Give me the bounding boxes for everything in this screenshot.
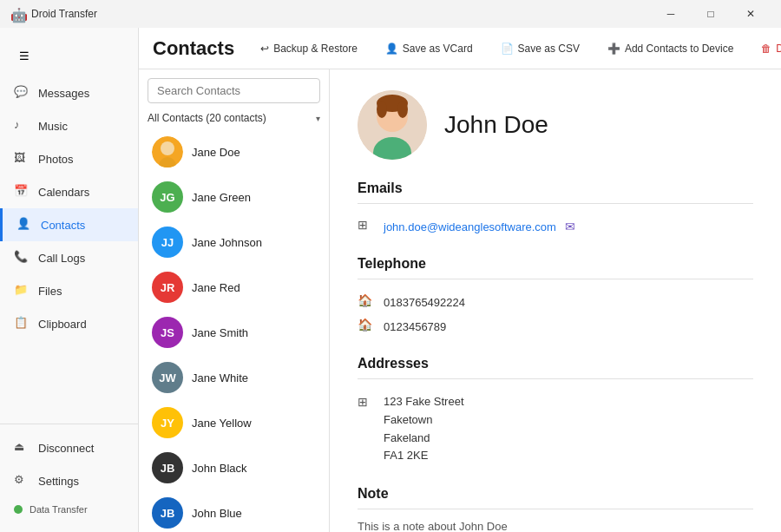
list-item[interactable]: JG Jane Green [139,174,329,220]
address-street: 123 Fake Street [384,393,464,411]
filter-row[interactable]: All Contacts (20 contacts) ▾ [139,108,329,129]
avatar: JS [152,317,183,348]
sidebar-label-call-logs: Call Logs [38,252,85,265]
close-button[interactable]: ✕ [731,0,771,28]
sidebar-item-photos[interactable]: 🖼 Photos [0,142,138,175]
sidebar-label-disconnect: Disconnect [38,442,94,455]
email-link[interactable]: john.doe@wideanglesoftware.com [384,220,556,233]
vcard-icon: 👤 [385,43,398,55]
phone-number-1: 0183765492224 [384,296,465,309]
list-item[interactable]: JW Jane White [139,355,329,400]
contact-name: Jane White [192,371,248,384]
minimize-button[interactable]: ─ [651,0,691,28]
main-split: All Contacts (20 contacts) ▾ [139,69,781,532]
list-item[interactable]: Jane Doe [139,129,329,174]
search-input[interactable] [148,78,320,103]
avatar: JY [152,407,183,438]
list-item[interactable]: JR Jane Red [139,265,329,310]
contact-name: Jane Green [192,191,251,204]
sidebar-item-contacts[interactable]: 👤 Contacts [0,208,138,241]
toolbar: Contacts ↩ Backup & Restore 👤 Save as VC… [139,28,781,69]
add-contacts-button[interactable]: ➕ Add Contacts to Device [599,37,742,60]
detail-panel: John Doe Emails ⊞ john.doe@wideanglesoft… [330,69,781,532]
sidebar-label-files: Files [38,285,62,298]
sidebar-item-disconnect[interactable]: ⏏ Disconnect [0,431,138,464]
sidebar-label-music: Music [38,120,68,133]
avatar [152,136,183,167]
avatar: JB [152,452,183,483]
sidebar-item-settings[interactable]: ⚙ Settings [0,464,138,497]
contact-name: Jane Johnson [192,236,262,249]
hamburger-menu-button[interactable]: ☰ [7,38,42,73]
avatar: JB [152,497,183,529]
save-as-csv-button[interactable]: 📄 Save as CSV [492,37,588,60]
messages-icon: 💬 [14,85,30,101]
svg-point-11 [397,101,408,118]
sidebar-item-clipboard[interactable]: 📋 Clipboard [0,307,138,340]
avatar: JJ [152,227,183,258]
avatar-large [358,90,427,160]
sidebar-item-call-logs[interactable]: 📞 Call Logs [0,241,138,274]
sidebar-label-photos: Photos [38,153,73,166]
backup-restore-button[interactable]: ↩ Backup & Restore [252,37,366,60]
sidebar: ☰ 💬 Messages ♪ Music 🖼 Photos 📅 Calendar… [0,28,139,532]
note-text: This is a note about John Doe [358,520,753,532]
emails-section-title: Emails [358,181,753,196]
contacts-list: Jane Doe JG Jane Green JJ Jane Johnson [139,129,329,532]
telephone-divider [358,279,753,279]
avatar: JR [152,272,183,303]
sidebar-item-calendars[interactable]: 📅 Calendars [0,175,138,208]
settings-icon: ⚙ [14,473,30,489]
contact-list-panel: All Contacts (20 contacts) ▾ [139,69,330,532]
sidebar-label-settings: Settings [38,475,79,488]
svg-point-10 [377,101,387,118]
list-item[interactable]: JB John Black [139,445,329,490]
note-section-title: Note [358,486,753,502]
avatar: JG [152,181,183,213]
telephone-section-title: Telephone [358,256,753,272]
delete-selection-button[interactable]: 🗑 Delete Selection [752,37,781,60]
address-block: 123 Fake Street Faketown Fakeland FA1 2K… [384,393,464,465]
contact-name: John Blue [192,507,242,520]
sidebar-bottom: ⏏ Disconnect ⚙ Settings Data Transfer [0,424,138,532]
envelope-icon: ✉ [565,220,575,233]
addresses-section-title: Addresses [358,356,753,371]
sidebar-item-files[interactable]: 📁 Files [0,274,138,307]
list-item[interactable]: JY Jane Yellow [139,400,329,445]
titlebar: 🤖 Droid Transfer ─ □ ✕ [0,0,781,28]
sidebar-item-music[interactable]: ♪ Music [0,109,138,142]
email-row: ⊞ john.doe@wideanglesoftware.com ✉ [358,214,753,239]
home-icon: 🏠 [358,293,375,311]
chevron-down-icon: ▾ [316,114,320,123]
data-transfer-dot [14,505,23,514]
save-as-vcard-button[interactable]: 👤 Save as VCard [377,37,482,60]
delete-icon: 🗑 [761,43,771,55]
list-item[interactable]: JJ Jane Johnson [139,220,329,265]
data-transfer-label: Data Transfer [30,504,88,515]
phone-number-2: 0123456789 [384,320,446,333]
addresses-divider [358,378,753,379]
contact-name: Jane Doe [192,146,240,159]
contact-name: John Black [192,462,247,475]
sidebar-label-clipboard: Clipboard [38,318,87,331]
data-transfer-status: Data Transfer [0,497,138,522]
sidebar-item-messages[interactable]: 💬 Messages [0,76,138,109]
note-divider [358,509,753,509]
home-icon-2: 🏠 [358,318,375,335]
phone-row-1: 🏠 0183765492224 [358,290,753,314]
sidebar-label-messages: Messages [38,87,89,100]
app-icon: 🤖 [10,7,24,21]
contact-name: Jane Yellow [192,417,252,430]
music-icon: ♪ [14,118,30,134]
app-title: Droid Transfer [31,8,651,20]
maximize-button[interactable]: □ [691,0,731,28]
phone-row-2: 🏠 0123456789 [358,314,753,338]
csv-icon: 📄 [501,43,514,55]
filter-label: All Contacts (20 contacts) [148,112,316,124]
disconnect-icon: ⏏ [14,440,30,456]
content-area: Contacts ↩ Backup & Restore 👤 Save as VC… [139,28,781,532]
list-item[interactable]: JS Jane Smith [139,310,329,355]
grid-icon: ⊞ [358,218,375,235]
list-item[interactable]: JB John Blue [139,490,329,532]
sidebar-nav: ☰ 💬 Messages ♪ Music 🖼 Photos 📅 Calendar… [0,28,138,424]
